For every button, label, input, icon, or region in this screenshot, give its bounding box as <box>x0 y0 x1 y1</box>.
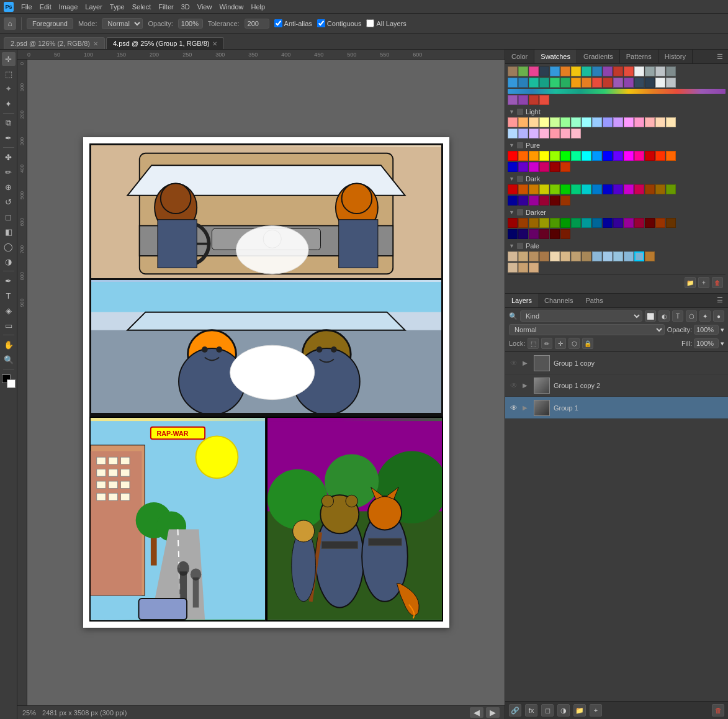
swatch[interactable] <box>508 218 518 228</box>
swatch[interactable] <box>613 78 623 88</box>
swatch[interactable] <box>613 218 623 228</box>
menu-select[interactable]: Select <box>132 3 151 11</box>
swatch[interactable] <box>508 229 518 239</box>
swatch[interactable] <box>645 66 655 76</box>
blend-mode-select[interactable]: Normal <box>509 324 665 335</box>
contiguous-checkbox[interactable]: Contiguous <box>317 19 362 27</box>
tab-gradients[interactable]: Gradients <box>577 50 620 63</box>
swatch[interactable] <box>655 218 665 228</box>
swatch[interactable] <box>508 78 518 88</box>
swatch[interactable] <box>666 117 676 127</box>
tab-close-2[interactable]: ✕ <box>212 40 217 47</box>
tool-brush[interactable]: ✏ <box>2 165 16 179</box>
tab-patterns[interactable]: Patterns <box>620 50 658 63</box>
swatch[interactable] <box>539 117 549 127</box>
menu-layer[interactable]: Layer <box>85 3 102 11</box>
filter-smart-btn[interactable]: ✦ <box>699 310 711 322</box>
swatch[interactable] <box>592 78 602 88</box>
menu-file[interactable]: File <box>21 3 32 11</box>
layer-expand-1[interactable]: ▶ <box>523 359 530 366</box>
swatch[interactable] <box>571 218 581 228</box>
swatch[interactable] <box>666 218 676 228</box>
swatch[interactable] <box>529 78 539 88</box>
link-layers-btn[interactable]: 🔗 <box>509 704 521 717</box>
tool-zoom[interactable]: 🔍 <box>2 353 16 366</box>
swatch[interactable] <box>603 184 613 194</box>
layer-expand-3[interactable]: ▶ <box>523 404 530 411</box>
foreground-dropdown[interactable]: Foreground <box>27 18 73 29</box>
swatch[interactable] <box>539 251 549 261</box>
swatch[interactable] <box>508 162 518 172</box>
swatch[interactable] <box>560 218 570 228</box>
swatch[interactable] <box>529 263 539 273</box>
swatch[interactable] <box>655 78 665 88</box>
swatch[interactable] <box>529 184 539 194</box>
swatch[interactable] <box>539 162 549 172</box>
swatch[interactable] <box>529 129 539 138</box>
menu-type[interactable]: Type <box>110 3 125 11</box>
swatch[interactable] <box>560 229 570 239</box>
anti-alias-checkbox[interactable]: Anti-alias <box>274 19 312 27</box>
swatch[interactable] <box>518 95 528 105</box>
swatch[interactable] <box>560 184 570 194</box>
swatch[interactable] <box>634 151 644 161</box>
tab-paths[interactable]: Paths <box>580 294 609 307</box>
swatch[interactable] <box>539 218 549 228</box>
menu-help[interactable]: Help <box>251 3 266 11</box>
swatch[interactable] <box>550 218 560 228</box>
tool-clone[interactable]: ⊕ <box>2 180 16 194</box>
swatch[interactable] <box>592 184 602 194</box>
swatch[interactable] <box>529 151 539 161</box>
swatch[interactable] <box>518 184 528 194</box>
swatch[interactable] <box>560 162 570 172</box>
swatch[interactable] <box>508 129 518 138</box>
section-dark-header[interactable]: ▼ Dark <box>508 173 726 184</box>
swatch[interactable] <box>529 95 539 105</box>
swatch[interactable] <box>550 66 560 76</box>
swatch[interactable] <box>613 117 623 127</box>
tab-layers[interactable]: Layers <box>505 294 538 307</box>
tool-eyedropper[interactable]: ✒ <box>2 131 16 145</box>
swatch[interactable] <box>560 66 570 76</box>
swatch[interactable] <box>655 151 665 161</box>
all-layers-checkbox[interactable]: All Layers <box>366 19 406 27</box>
swatch[interactable] <box>518 196 528 206</box>
tool-pen[interactable]: ✒ <box>2 274 16 287</box>
swatch[interactable] <box>645 78 655 88</box>
swatch[interactable] <box>613 66 623 76</box>
section-pure-header[interactable]: ▼ Pure <box>508 140 726 151</box>
home-button[interactable]: ⌂ <box>4 17 16 30</box>
swatch[interactable] <box>529 196 539 206</box>
tool-history-brush[interactable]: ↺ <box>2 195 16 209</box>
swatch[interactable] <box>666 66 676 76</box>
tool-text[interactable]: T <box>2 289 16 302</box>
opacity-input[interactable] <box>694 325 719 335</box>
swatch[interactable] <box>592 117 602 127</box>
menu-filter[interactable]: Filter <box>158 3 173 11</box>
swatch[interactable] <box>634 218 644 228</box>
lock-all-btn[interactable]: 🔒 <box>582 338 593 349</box>
menu-edit[interactable]: Edit <box>40 3 52 11</box>
tool-dodge[interactable]: ◑ <box>2 255 16 268</box>
lock-position-btn[interactable]: ✛ <box>555 338 566 349</box>
tool-crop[interactable]: ⧉ <box>2 116 16 130</box>
menu-view[interactable]: View <box>197 3 212 11</box>
swatch[interactable] <box>603 78 613 88</box>
swatch[interactable] <box>550 162 560 172</box>
filter-dot-btn[interactable]: ● <box>713 310 724 322</box>
swatch[interactable] <box>655 66 665 76</box>
menu-3d[interactable]: 3D <box>181 3 190 11</box>
delete-swatch-btn[interactable]: 🗑 <box>712 277 723 288</box>
fill-input[interactable] <box>694 338 719 348</box>
swatch[interactable] <box>560 129 570 138</box>
swatch[interactable] <box>624 78 634 88</box>
swatch[interactable] <box>518 151 528 161</box>
swatch[interactable] <box>592 218 602 228</box>
swatch[interactable] <box>529 117 539 127</box>
layer-expand-2[interactable]: ▶ <box>523 382 530 389</box>
tool-shape[interactable]: ▭ <box>2 319 16 332</box>
swatch[interactable] <box>582 184 591 194</box>
swatch[interactable] <box>592 66 602 76</box>
swatch[interactable] <box>518 66 528 76</box>
swatch[interactable] <box>529 66 539 76</box>
